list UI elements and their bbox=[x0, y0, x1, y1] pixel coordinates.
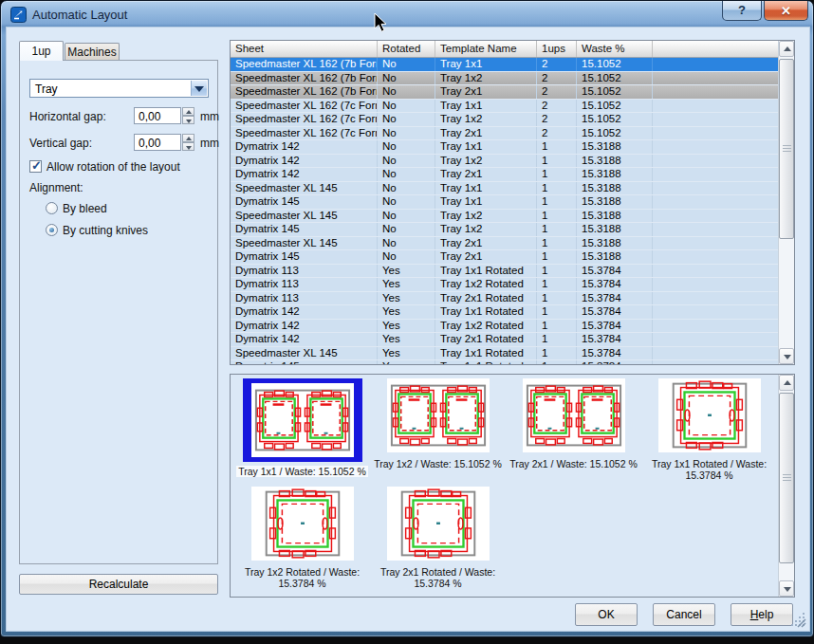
table-row[interactable]: Speedmaster XL 162 (7c Format)NoTray 1x1… bbox=[231, 100, 778, 114]
allow-rotation-checkbox[interactable]: ✓Allow rotation of the layout bbox=[29, 157, 180, 175]
vertical-gap-input[interactable]: 0,00 bbox=[134, 134, 181, 151]
tray-layout-preview-icon bbox=[658, 378, 761, 452]
cell-rotated: No bbox=[378, 195, 435, 209]
dropdown-button[interactable] bbox=[191, 81, 207, 96]
cell-waste: 15.1052 bbox=[577, 85, 653, 99]
cell-rotated: Yes bbox=[378, 278, 435, 291]
thumbnail-caption: Tray 1x1 / Waste: 15.1052 % bbox=[236, 466, 368, 477]
cell-filler bbox=[653, 85, 778, 99]
table-row[interactable]: Dymatrix 142YesTray 1x1 Rotated115.3784 bbox=[231, 305, 778, 320]
tab-1up-label: 1up bbox=[31, 45, 50, 58]
layout-results-table: Sheet Rotated Template Name 1ups Waste %… bbox=[230, 40, 795, 365]
table-row[interactable]: Speedmaster XL 145NoTray 2x1115.3188 bbox=[231, 237, 778, 251]
stepper-up-button[interactable] bbox=[182, 134, 194, 142]
thumbnail-item[interactable]: Tray 1x1 Rotated / Waste: 15.3784 % bbox=[641, 378, 777, 481]
cell-waste: 15.3784 bbox=[577, 360, 653, 364]
titlebar-help-button[interactable]: ? bbox=[722, 1, 762, 21]
cell-rotated: No bbox=[378, 168, 435, 181]
scroll-up-button[interactable] bbox=[779, 375, 794, 391]
table-row[interactable]: Speedmaster XL 162 (7b Format)NoTray 1x1… bbox=[231, 58, 778, 72]
table-row[interactable]: Dymatrix 113YesTray 1x1 Rotated115.3784 bbox=[231, 265, 778, 279]
cell-sheet: Dymatrix 113 bbox=[231, 265, 378, 278]
table-row[interactable]: Speedmaster XL 145YesTray 1x1 Rotated115… bbox=[231, 347, 778, 361]
column-header-1ups[interactable]: 1ups bbox=[537, 41, 577, 57]
cell-1ups: 1 bbox=[537, 140, 577, 154]
stepper-up-button[interactable] bbox=[182, 107, 194, 116]
table-row[interactable]: Dymatrix 142NoTray 2x1115.3188 bbox=[231, 168, 778, 182]
table-row[interactable]: Dymatrix 142NoTray 1x1115.3188 bbox=[231, 140, 778, 155]
ok-button[interactable]: OK bbox=[575, 603, 638, 626]
cell-filler bbox=[653, 278, 778, 291]
cell-rotated: No bbox=[378, 237, 435, 250]
cell-filler bbox=[653, 333, 778, 346]
mouse-cursor-icon bbox=[374, 12, 387, 33]
thumbnail-item[interactable]: Tray 1x2 Rotated / Waste: 15.3784 % bbox=[234, 487, 370, 589]
table-row[interactable]: Dymatrix 113YesTray 1x2 Rotated115.3784 bbox=[231, 278, 778, 292]
column-header-filler bbox=[653, 41, 778, 57]
table-row[interactable]: Speedmaster XL 162 (7c Format)NoTray 2x1… bbox=[231, 127, 778, 141]
table-row[interactable]: Speedmaster XL 162 (7b Format)NoTray 1x2… bbox=[231, 72, 778, 86]
cell-waste: 15.3188 bbox=[577, 168, 653, 181]
scroll-down-button[interactable] bbox=[779, 580, 794, 597]
column-header-rotated[interactable]: Rotated bbox=[378, 41, 435, 57]
thumbnail-item[interactable]: Tray 2x1 Rotated / Waste: 15.3784 % bbox=[370, 487, 506, 589]
radio-by-cutting-knives[interactable]: By cutting knives bbox=[46, 221, 148, 238]
scrollbar-thumb[interactable] bbox=[779, 393, 794, 563]
cell-waste: 15.3188 bbox=[577, 210, 653, 223]
table-row[interactable]: Dymatrix 142YesTray 2x1 Rotated115.3784 bbox=[231, 333, 778, 347]
thumbnail-item[interactable]: Tray 1x1 / Waste: 15.1052 % bbox=[234, 378, 370, 481]
column-header-waste[interactable]: Waste % bbox=[577, 41, 653, 57]
tab-machines-label: Machines bbox=[67, 46, 116, 59]
cell-template-name: Tray 1x2 bbox=[435, 72, 537, 85]
table-row[interactable]: Dymatrix 145NoTray 1x2115.3188 bbox=[231, 223, 778, 237]
scroll-up-button[interactable] bbox=[779, 41, 794, 57]
by-bleed-label: By bleed bbox=[63, 202, 107, 215]
cell-waste: 15.3784 bbox=[577, 265, 653, 278]
table-row[interactable]: Dymatrix 142YesTray 1x2 Rotated115.3784 bbox=[231, 320, 778, 334]
cell-rotated: Yes bbox=[378, 360, 435, 364]
titlebar[interactable]: Automatic Layout ? ✕ bbox=[1, 1, 813, 28]
table-row[interactable]: Speedmaster XL 145NoTray 1x1115.3188 bbox=[231, 182, 778, 196]
stepper-down-button[interactable] bbox=[182, 116, 194, 124]
table-row[interactable]: Dymatrix 145NoTray 1x1115.3188 bbox=[231, 195, 778, 210]
cell-filler bbox=[653, 140, 778, 154]
close-button[interactable]: ✕ bbox=[764, 1, 808, 21]
thumbnail-item[interactable]: Tray 1x2 / Waste: 15.1052 % bbox=[370, 378, 506, 481]
table-scrollbar[interactable] bbox=[778, 41, 794, 364]
cell-1ups: 1 bbox=[537, 155, 577, 168]
tab-1up[interactable]: 1up bbox=[19, 41, 64, 61]
cell-rotated: No bbox=[378, 155, 435, 168]
previews-scrollbar[interactable] bbox=[778, 375, 794, 597]
cell-rotated: Yes bbox=[378, 265, 435, 278]
help-button[interactable]: Help bbox=[731, 603, 793, 626]
radio-by-bleed[interactable]: By bleed bbox=[46, 199, 107, 216]
table-row[interactable]: Dymatrix 113YesTray 2x1 Rotated115.3784 bbox=[231, 292, 778, 306]
cell-filler bbox=[653, 72, 778, 85]
column-header-template-name[interactable]: Template Name bbox=[435, 41, 537, 57]
template-type-dropdown[interactable]: Tray bbox=[29, 79, 209, 98]
table-row[interactable]: Dymatrix 145NoTray 2x1115.3188 bbox=[231, 250, 778, 265]
thumbnail-item[interactable]: Tray 2x1 / Waste: 15.1052 % bbox=[506, 378, 641, 481]
scrollbar-thumb[interactable] bbox=[779, 59, 794, 239]
cell-sheet: Speedmaster XL 162 (7b Format) bbox=[231, 72, 378, 85]
horizontal-gap-input[interactable]: 0,00 bbox=[134, 107, 181, 124]
thumbnail-caption: Tray 2x1 / Waste: 15.1052 % bbox=[506, 458, 641, 469]
cell-rotated: Yes bbox=[378, 292, 435, 305]
stepper-down-button[interactable] bbox=[182, 142, 194, 151]
cell-1ups: 1 bbox=[537, 320, 577, 333]
recalculate-button[interactable]: Recalculate bbox=[19, 574, 218, 595]
resize-grip[interactable] bbox=[791, 613, 806, 628]
tab-machines[interactable]: Machines bbox=[65, 43, 120, 61]
cell-rotated: Yes bbox=[378, 347, 435, 360]
cell-1ups: 1 bbox=[537, 278, 577, 291]
table-row[interactable]: Speedmaster XL 162 (7b Format)NoTray 2x1… bbox=[231, 85, 778, 100]
table-row[interactable]: Dymatrix 145YesTray 1x1 Rotated115.3784 bbox=[231, 360, 778, 364]
column-header-sheet[interactable]: Sheet bbox=[231, 41, 378, 57]
cell-sheet: Dymatrix 145 bbox=[231, 195, 378, 209]
scroll-down-button[interactable] bbox=[779, 348, 794, 364]
table-row[interactable]: Speedmaster XL 162 (7c Format)NoTray 1x2… bbox=[231, 113, 778, 127]
cell-rotated: Yes bbox=[378, 333, 435, 346]
cancel-button[interactable]: Cancel bbox=[653, 603, 715, 626]
table-row[interactable]: Speedmaster XL 145NoTray 1x2115.3188 bbox=[231, 210, 778, 224]
table-row[interactable]: Dymatrix 142NoTray 1x2115.3188 bbox=[231, 155, 778, 169]
